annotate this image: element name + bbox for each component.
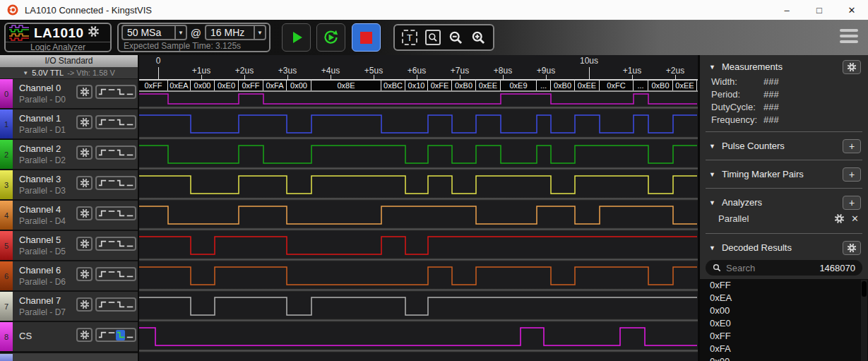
trigger-fall-button[interactable] <box>116 148 125 158</box>
trigger-low-button[interactable] <box>125 330 134 341</box>
channel-row-channel-7[interactable]: 7Channel 7Parallel - D7 <box>0 292 138 322</box>
sample-count-select[interactable]: 50 MSa ▼ <box>121 25 187 40</box>
remove-analyzer-button[interactable]: ✕ <box>851 213 859 224</box>
zoom-selection-button[interactable] <box>425 30 441 45</box>
decoded-results-section-header[interactable]: ▼ Decoded Results <box>700 239 868 256</box>
start-capture-button[interactable] <box>282 23 311 52</box>
trigger-rise-button[interactable] <box>97 269 107 280</box>
channel-row-channel-0[interactable]: 0Channel 0Parallel - D0 <box>0 79 138 110</box>
stop-capture-button[interactable] <box>352 23 381 52</box>
channel-settings-button[interactable] <box>76 206 93 220</box>
timing-marker-pairs-section-header[interactable]: ▼ Timing Marker Pairs + <box>700 166 868 182</box>
trigger-high-button[interactable] <box>107 330 116 341</box>
trigger-rise-button[interactable] <box>97 117 107 128</box>
device-widget[interactable]: LA1010 Logic Analyzer <box>4 23 112 52</box>
trigger-rise-button[interactable] <box>97 208 107 219</box>
trigger-high-button[interactable] <box>107 178 116 189</box>
channel-row-channel-3[interactable]: 3Channel 3Parallel - D3 <box>0 170 138 201</box>
waveform-row-channel-0[interactable]: 0xFF0xEA0x000xE00xFF0xFA0x000x8E0xBC0x10… <box>139 79 698 110</box>
zoom-in-button[interactable] <box>471 30 486 45</box>
analyzer-item-parallel[interactable]: Parallel ✕ <box>700 211 868 226</box>
maximize-button[interactable]: □ <box>803 0 836 20</box>
decoded-result-item[interactable]: 0xFA <box>700 343 868 355</box>
trigger-low-button[interactable] <box>125 117 134 128</box>
repeated-capture-button[interactable] <box>316 23 345 52</box>
io-standard-value[interactable]: ▼ 5.0V TTL -> Vth: 1.58 V <box>0 67 138 79</box>
sample-rate-select[interactable]: 16 MHz ▼ <box>205 25 266 40</box>
device-settings-button[interactable] <box>88 25 100 40</box>
measurements-settings-button[interactable] <box>843 60 861 74</box>
channel-row-channel-5[interactable]: 5Channel 5Parallel - D5 <box>0 231 138 261</box>
trigger-fall-button[interactable] <box>116 178 125 189</box>
decoded-results-settings-button[interactable] <box>843 241 861 255</box>
close-button[interactable]: ✕ <box>836 0 868 20</box>
zoom-out-button[interactable] <box>448 30 463 45</box>
analyzers-section-header[interactable]: ▼ Analyzers + <box>700 194 868 211</box>
trigger-high-button[interactable] <box>107 117 116 128</box>
trigger-high-button[interactable] <box>107 87 116 97</box>
trigger-high-button[interactable] <box>107 208 116 219</box>
trigger-fall-button[interactable] <box>116 300 125 310</box>
trigger-high-button[interactable] <box>107 269 116 280</box>
trigger-fall-button[interactable] <box>116 330 125 341</box>
decoded-search-input[interactable]: Search 1468070 <box>706 260 862 276</box>
trigger-high-button[interactable] <box>107 148 116 158</box>
trigger-high-button[interactable] <box>107 239 116 249</box>
chevron-down-icon[interactable]: ▼ <box>254 26 265 39</box>
trigger-low-button[interactable] <box>125 87 134 97</box>
channel-settings-button[interactable] <box>76 146 93 160</box>
menu-button[interactable] <box>840 29 858 43</box>
trigger-rise-button[interactable] <box>97 239 107 249</box>
waveform-view[interactable]: 0+1us+2us+3us+4us+5us+6us+7us+8us+9us10u… <box>139 55 698 361</box>
trigger-low-button[interactable] <box>125 300 134 310</box>
trigger-rise-button[interactable] <box>97 300 107 310</box>
timeline-ruler[interactable]: 0+1us+2us+3us+4us+5us+6us+7us+8us+9us10u… <box>139 55 698 79</box>
channel-row-channel-6[interactable]: 6Channel 6Parallel - D6 <box>0 261 138 292</box>
scrollbar-track[interactable] <box>861 280 867 361</box>
decoded-result-item[interactable]: 0xFF <box>700 330 868 343</box>
pulse-counters-section-header[interactable]: ▼ Pulse Counters + <box>700 138 868 154</box>
waveform-row-channel-2[interactable] <box>139 140 698 170</box>
channel-settings-button[interactable] <box>76 297 93 312</box>
channel-settings-button[interactable] <box>76 237 93 251</box>
channel-row-cs[interactable]: 8CS <box>0 322 138 353</box>
trigger-low-button[interactable] <box>125 148 134 158</box>
waveform-row-channel-7[interactable] <box>139 292 698 322</box>
add-timing-marker-pair-button[interactable]: + <box>843 167 861 182</box>
trigger-rise-button[interactable] <box>97 87 107 97</box>
trigger-high-button[interactable] <box>107 300 116 310</box>
channel-settings-button[interactable] <box>76 328 93 342</box>
channel-settings-button[interactable] <box>76 85 93 99</box>
trigger-fall-button[interactable] <box>116 87 125 97</box>
trigger-low-button[interactable] <box>125 178 134 189</box>
next-channel-row-partial[interactable] <box>0 353 138 361</box>
decoded-result-item[interactable]: 0xFF <box>700 279 868 292</box>
channel-row-channel-1[interactable]: 1Channel 1Parallel - D1 <box>0 110 138 140</box>
decoded-result-item[interactable]: 0x00 <box>700 304 868 317</box>
waveform-row-channel-4[interactable] <box>139 201 698 231</box>
trigger-fall-button[interactable] <box>116 117 125 128</box>
add-analyzer-button[interactable]: + <box>843 196 861 210</box>
trigger-fall-button[interactable] <box>116 239 125 249</box>
waveform-row-channel-6[interactable] <box>139 261 698 292</box>
trigger-fall-button[interactable] <box>116 269 125 280</box>
channel-row-channel-2[interactable]: 2Channel 2Parallel - D2 <box>0 140 138 170</box>
decoded-result-item[interactable]: 0xEA <box>700 292 868 304</box>
trigger-position-button[interactable]: T <box>402 30 417 45</box>
trigger-low-button[interactable] <box>125 269 134 280</box>
chevron-down-icon[interactable]: ▼ <box>174 26 186 39</box>
waveform-row-cs[interactable] <box>139 322 698 353</box>
add-pulse-counter-button[interactable]: + <box>843 139 861 153</box>
trigger-rise-button[interactable] <box>97 148 107 158</box>
channel-settings-button[interactable] <box>76 267 93 281</box>
trigger-rise-button[interactable] <box>97 178 107 189</box>
waveform-row-channel-5[interactable] <box>139 231 698 261</box>
minimize-button[interactable]: – <box>771 0 803 20</box>
io-standard-header[interactable]: I/O Standard <box>0 55 138 67</box>
trigger-rise-button[interactable] <box>97 330 107 341</box>
analyzer-settings-button[interactable] <box>834 213 845 224</box>
waveform-row-channel-3[interactable] <box>139 170 698 201</box>
channel-settings-button[interactable] <box>76 115 93 129</box>
waveform-row-channel-1[interactable] <box>139 110 698 140</box>
channel-row-channel-4[interactable]: 4Channel 4Parallel - D4 <box>0 201 138 231</box>
